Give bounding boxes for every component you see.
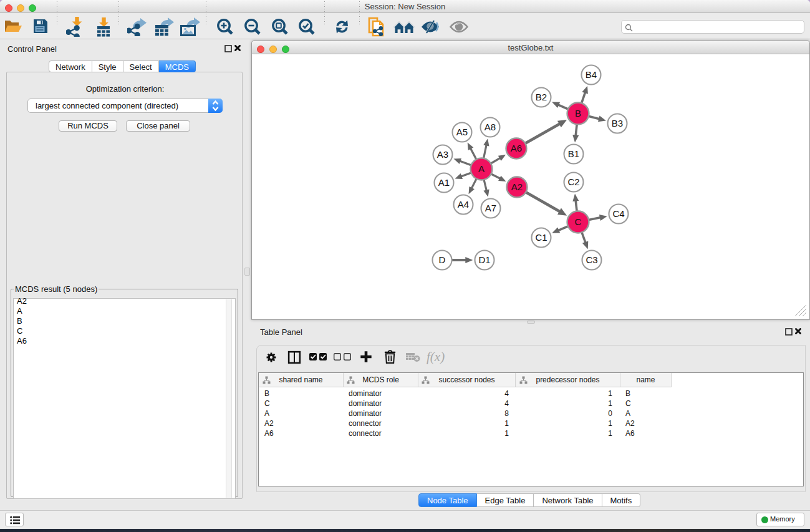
svg-text:D1: D1 [478,254,490,265]
svg-text:C2: C2 [567,177,579,187]
svg-text:B4: B4 [586,69,597,80]
svg-text:C3: C3 [586,254,597,265]
svg-text:A8: A8 [485,122,496,132]
svg-text:B: B [575,108,581,118]
svg-text:A1: A1 [438,177,450,188]
svg-text:A: A [478,163,485,174]
svg-text:A3: A3 [437,149,448,160]
svg-text:A2: A2 [511,181,523,192]
svg-text:A4: A4 [458,199,469,210]
svg-text:A5: A5 [456,127,468,137]
svg-text:B3: B3 [612,118,623,128]
svg-text:B2: B2 [536,92,547,102]
svg-text:B1: B1 [568,148,579,159]
svg-text:C1: C1 [535,232,547,243]
svg-text:A7: A7 [485,203,496,213]
svg-text:A6: A6 [511,143,522,153]
svg-text:D: D [439,254,446,265]
svg-text:C4: C4 [612,208,624,219]
svg-text:C: C [575,216,582,227]
